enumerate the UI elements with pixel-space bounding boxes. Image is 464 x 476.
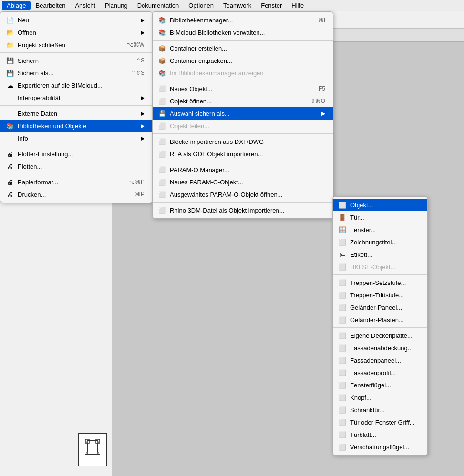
l3-fassadenprofil[interactable]: ⬜ Fassadenprofil... <box>333 366 427 379</box>
neues-param-o-icon: ⬜ <box>158 178 166 186</box>
l2-rhino[interactable]: ⬜ Rhino 3DM-Datei als Objekt importieren… <box>153 204 333 216</box>
svg-point-7 <box>97 452 99 454</box>
im-bm-icon: 📚 <box>158 69 166 77</box>
l2-param-o-oeffnen[interactable]: ⬜ Ausgewähltes PARAM-O-Objekt öffnen... <box>153 188 333 201</box>
l3-setzstufe-icon: ⬜ <box>339 279 346 286</box>
exportieren-icon: ☁ <box>6 81 14 89</box>
menu-dokumentation[interactable]: Dokumentation <box>133 1 184 10</box>
l3-gpaneel-icon: ⬜ <box>339 304 346 311</box>
objekt-oeffnen-shortcut: ⇧⌘O <box>310 98 325 104</box>
l3-eigene-deckenplatte[interactable]: ⬜ Eigene Deckenplatte... <box>333 329 427 342</box>
l3-trittstufe-icon: ⬜ <box>339 291 346 299</box>
rhino-icon: ⬜ <box>158 206 166 214</box>
l2-container-entpacken[interactable]: 📦 Container entpacken... <box>153 54 333 67</box>
menu-exportieren[interactable]: ☁ Exportieren auf die BIMcloud... <box>0 79 152 91</box>
l2-container-erstellen[interactable]: 📦 Container erstellen... <box>153 42 333 54</box>
projekt-schliessen-shortcut: ⌥⌘W <box>127 41 144 48</box>
menu-drucken[interactable]: 🖨 Drucken... ⌘P <box>0 188 152 201</box>
l3-fensterflugel[interactable]: ⬜ Fensterflügel... <box>333 379 427 391</box>
sichern-label: Sichern <box>18 57 39 64</box>
menu-level1: 📄 Neu ▶ 📂 Öffnen ▶ 📁 Projekt schließen ⌥… <box>0 11 153 203</box>
menu-ansicht[interactable]: Ansicht <box>70 1 100 10</box>
l2-bloecke-importieren[interactable]: ⬜ Blöcke importieren aus DXF/DWG <box>153 135 333 148</box>
menu-sichern-als[interactable]: 💾 Sichern als... ⌃⇧S <box>0 67 152 79</box>
l3-fenster-icon: 🪟 <box>339 226 346 233</box>
l3-treppen-setzstufe[interactable]: ⬜ Treppen-Setzstufe... <box>333 276 427 289</box>
l2-im-bibliotheksmanager: 📚 Im Bibliothekenmanager anzeigen <box>153 67 333 79</box>
auswahl-label: Auswahl sichern als... <box>170 110 230 117</box>
svg-point-4 <box>86 441 88 443</box>
menu-externe-daten[interactable]: Externe Daten ▶ <box>0 107 152 120</box>
papierformat-label: Papierformat... <box>18 179 58 186</box>
l3-gelaender-paneel[interactable]: ⬜ Geländer-Paneel... <box>333 301 427 314</box>
menu-neu[interactable]: 📄 Neu ▶ <box>0 14 152 26</box>
menu-plotten[interactable]: 🖨 Plotten... <box>0 160 152 172</box>
l3-zeichnungstitel[interactable]: ⬜ Zeichnungstitel... <box>333 236 427 248</box>
menu-teamwork[interactable]: Teamwork <box>218 1 256 10</box>
menu-ablage[interactable]: Ablage <box>2 1 31 10</box>
l2-auswahl-sichern[interactable]: 💾 Auswahl sichern als... ▶ <box>153 107 333 120</box>
l2-bibliotheksmanager[interactable]: 📚 Bibliothekenmanager... ⌘I <box>153 14 333 26</box>
menu-plotter[interactable]: 🖨 Plotter-Einstellung... <box>0 148 152 160</box>
l3-fassadenprofil-label: Fassadenprofil... <box>350 369 396 376</box>
menu-bearbeiten[interactable]: Bearbeiten <box>31 1 70 10</box>
l2-objekt-oeffnen[interactable]: ⬜ Objekt öffnen... ⇧⌘O <box>153 95 333 107</box>
menu-oeffnen[interactable]: 📂 Öffnen ▶ <box>0 26 152 39</box>
l3-fassadenprofil-icon: ⬜ <box>339 369 346 376</box>
menu-planung[interactable]: Planung <box>100 1 133 10</box>
menu-hilfe[interactable]: Hilfe <box>287 1 309 10</box>
menu-bibliotheken[interactable]: 📚 Bibliotheken und Objekte ▶ <box>0 120 152 132</box>
menu-interoperabilitat[interactable]: Interoperabilität ▶ <box>0 91 152 104</box>
svg-point-6 <box>86 452 88 454</box>
l3-fenster[interactable]: 🪟 Fenster... <box>333 223 427 236</box>
l3-etikett[interactable]: 🏷 Etikett... <box>333 248 427 261</box>
papierformat-shortcut: ⌥⌘P <box>128 179 144 185</box>
l2-param-o-manager[interactable]: ⬜ PARAM-O Manager... <box>153 163 333 176</box>
l3-verschattungsflugel[interactable]: ⬜ Verschattungsflügel... <box>333 441 427 453</box>
l3-tuer-icon: 🚪 <box>339 213 346 221</box>
l3-fenster-label: Fenster... <box>350 226 376 233</box>
l3-treppen-trittstufe[interactable]: ⬜ Treppen-Trittstufe... <box>333 289 427 301</box>
l3-schranktuer[interactable]: ⬜ Schranktür... <box>333 404 427 416</box>
l2-neues-param-o[interactable]: ⬜ Neues PARAM-O-Objekt... <box>153 176 333 188</box>
interop-label: Interoperabilität <box>18 94 61 101</box>
l3-schranktuer-icon: ⬜ <box>339 406 346 414</box>
l3-fassadenpaneel[interactable]: ⬜ Fassadenpaneel... <box>333 354 427 366</box>
info-icon <box>6 134 14 142</box>
l3-tuer-fenster-griff[interactable]: ⬜ Tür oder Fenster Griff... <box>333 416 427 428</box>
neues-objekt-label: Neues Objekt... <box>170 85 213 92</box>
neu-label: Neu <box>18 17 29 24</box>
container-entpacken-icon: 📦 <box>158 57 166 64</box>
l2-sep2 <box>153 81 333 81</box>
menu-papierformat[interactable]: 🖨 Papierformat... ⌥⌘P <box>0 176 152 188</box>
menu-sichern[interactable]: 💾 Sichern ⌃S <box>0 54 152 67</box>
teilen-label: Objekt teilen... <box>170 122 209 130</box>
l3-fassadenabdeckung[interactable]: ⬜ Fassadenabdeckung... <box>333 342 427 354</box>
l2-neues-objekt[interactable]: ⬜ Neues Objekt... F5 <box>153 82 333 95</box>
preview-area <box>78 433 107 466</box>
drucken-icon: 🖨 <box>6 191 14 198</box>
l3-fensterflugel-icon: ⬜ <box>339 381 346 389</box>
auswahl-icon: 💾 <box>158 110 166 117</box>
interop-arrow: ▶ <box>141 95 144 101</box>
param-o-oeffnen-icon: ⬜ <box>158 191 166 198</box>
l2-bimcloud[interactable]: 📚 BIMcloud-Bibliotheken verwalten... <box>153 26 333 39</box>
param-o-oeffnen-label: Ausgewähltes PARAM-O-Objekt öffnen... <box>170 191 283 198</box>
objekt-oeffnen-label: Objekt öffnen... <box>170 98 212 105</box>
menu-info[interactable]: Info ▶ <box>0 132 152 144</box>
externe-icon <box>6 110 14 117</box>
l2-sep3 <box>153 133 333 134</box>
bimcloud-icon: 📚 <box>158 29 166 36</box>
l2-rfa-gdl[interactable]: ⬜ RFA als GDL Objekt importieren... <box>153 148 333 160</box>
externe-arrow: ▶ <box>141 111 144 117</box>
l3-knopf[interactable]: ⬜ Knopf... <box>333 391 427 404</box>
menu-optionen[interactable]: Optionen <box>184 1 218 10</box>
svg-point-5 <box>97 441 99 443</box>
l3-objekt[interactable]: ⬜ Objekt... <box>333 199 427 211</box>
l3-tuer[interactable]: 🚪 Tür... <box>333 211 427 223</box>
l3-tuerblatt[interactable]: ⬜ Türblatt... <box>333 428 427 441</box>
menu-projekt-schliessen[interactable]: 📁 Projekt schließen ⌥⌘W <box>0 39 152 51</box>
l3-gelaender-pfasten[interactable]: ⬜ Geländer-Pfasten... <box>333 314 427 326</box>
menu-fenster[interactable]: Fenster <box>256 1 287 10</box>
param-o-icon: ⬜ <box>158 166 166 173</box>
